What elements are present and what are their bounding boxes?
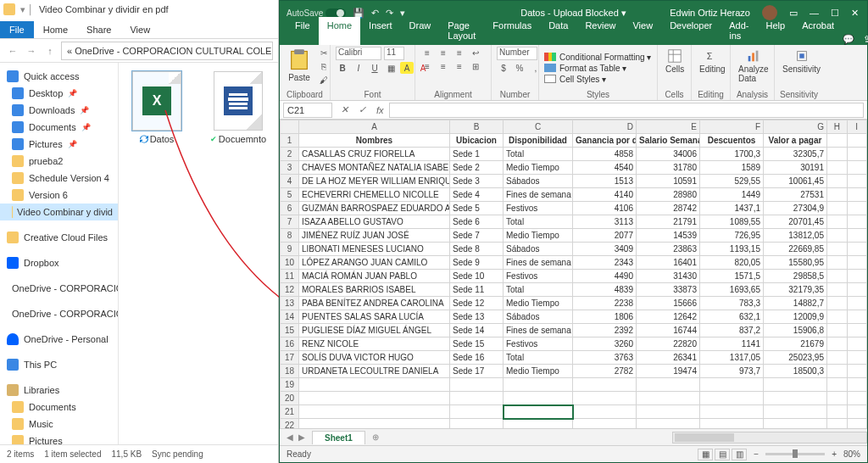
data-cell[interactable]: 1513 <box>573 175 637 188</box>
data-cell[interactable]: Sede 4 <box>450 188 504 202</box>
file-pane[interactable]: X Datos ✔Docuemnto <box>119 63 278 444</box>
data-cell[interactable]: 1317,05 <box>700 351 764 365</box>
empty-cell[interactable] <box>299 405 450 419</box>
sidebar-lib-documents[interactable]: Documents <box>0 399 118 416</box>
sidebar-dropbox[interactable]: Dropbox <box>0 254 118 271</box>
sidebar-item-prueba2[interactable]: prueba2 <box>0 153 118 170</box>
data-cell[interactable]: 1193,15 <box>700 243 764 256</box>
row-header[interactable]: 14 <box>281 310 299 324</box>
data-cell[interactable]: 12642 <box>637 310 700 324</box>
data-cell[interactable]: 21679 <box>764 337 827 351</box>
row-header[interactable]: 10 <box>281 256 299 270</box>
menu-file[interactable]: File <box>287 17 319 45</box>
data-cell[interactable]: 25023,95 <box>764 351 827 365</box>
row-header[interactable]: 15 <box>281 324 299 337</box>
data-cell[interactable]: Sede 6 <box>450 215 504 229</box>
data-cell[interactable]: 3260 <box>573 337 637 351</box>
align-bot-icon[interactable]: ≡ <box>453 47 466 59</box>
menu-developer[interactable]: Developer <box>661 17 721 45</box>
data-cell[interactable]: Fines de semana <box>504 188 573 202</box>
empty-cell[interactable] <box>764 419 827 429</box>
data-cell[interactable]: 12009,9 <box>764 310 827 324</box>
data-cell[interactable]: Sede 10 <box>450 270 504 283</box>
header-cell[interactable]: Valor a pagar <box>764 134 827 148</box>
fill-color-button[interactable]: A <box>400 62 414 74</box>
data-cell[interactable]: 1700,3 <box>700 148 764 161</box>
menu-page-layout[interactable]: Page Layout <box>439 17 484 45</box>
data-cell[interactable]: 22820 <box>637 337 700 351</box>
data-cell[interactable]: 2238 <box>573 297 637 310</box>
header-cell[interactable]: Disponibilidad <box>504 134 573 148</box>
view-layout-icon[interactable]: ▤ <box>715 449 730 460</box>
menu-data[interactable]: Data <box>540 17 576 45</box>
data-cell[interactable]: PABA BENÍTEZ ANDREA CAROLINA <box>299 297 450 310</box>
row-header[interactable]: 12 <box>281 283 299 297</box>
align-right-icon[interactable]: ≡ <box>453 60 466 72</box>
row-header[interactable]: 1 <box>281 134 299 148</box>
data-cell[interactable]: 28980 <box>637 188 700 202</box>
data-cell[interactable]: 3113 <box>573 215 637 229</box>
row-header[interactable]: 20 <box>281 392 299 405</box>
sheet-tab-1[interactable]: Sheet1 <box>312 431 365 444</box>
number-format-select[interactable]: Number <box>497 47 537 60</box>
worksheet-grid[interactable]: ABCDEFGHI1NombresUbicacionDisponibilidad… <box>280 120 867 428</box>
data-cell[interactable]: 34006 <box>637 148 700 161</box>
nav-forward-icon[interactable]: → <box>24 43 39 59</box>
data-cell[interactable]: 16744 <box>637 324 700 337</box>
sidebar-item-documents[interactable]: Documents📌 <box>0 119 118 136</box>
row-header[interactable]: 21 <box>281 405 299 419</box>
nav-back-icon[interactable]: ← <box>5 43 20 59</box>
data-cell[interactable]: 1806 <box>573 310 637 324</box>
sidebar-item-pictures[interactable]: Pictures📌 <box>0 136 118 153</box>
row-header[interactable]: 13 <box>281 297 299 310</box>
tab-view[interactable]: View <box>120 21 159 38</box>
paste-button[interactable]: Paste <box>285 47 314 84</box>
zoom-level[interactable]: 80% <box>843 449 860 459</box>
zoom-in-button[interactable]: + <box>832 449 837 459</box>
empty-cell[interactable] <box>573 405 637 419</box>
data-cell[interactable]: CHAVES MONTAÑEZ NATALIA ISABEL <box>299 161 450 175</box>
empty-cell[interactable] <box>847 405 867 419</box>
nav-up-icon[interactable]: ↑ <box>42 43 58 59</box>
italic-button[interactable]: I <box>352 62 365 74</box>
data-cell[interactable]: 15666 <box>637 297 700 310</box>
row-header[interactable]: 6 <box>281 202 299 215</box>
data-cell[interactable]: Total <box>504 351 573 365</box>
menu-add-ins[interactable]: Add-ins <box>721 17 757 45</box>
data-cell[interactable]: Sede 7 <box>450 229 504 243</box>
empty-cell[interactable] <box>827 405 848 419</box>
data-cell[interactable]: Total <box>504 148 573 161</box>
enter-icon[interactable]: ✓ <box>353 104 371 115</box>
row-header[interactable]: 16 <box>281 337 299 351</box>
empty-cell[interactable] <box>700 392 764 405</box>
align-center-icon[interactable]: ≡ <box>437 60 450 72</box>
sidebar-lib-pictures[interactable]: Pictures <box>0 432 118 444</box>
data-cell[interactable]: Sede 16 <box>450 351 504 365</box>
data-cell[interactable]: Total <box>504 215 573 229</box>
data-cell[interactable]: 529,55 <box>700 175 764 188</box>
data-cell[interactable]: 20701,45 <box>764 215 827 229</box>
row-header[interactable]: 9 <box>281 243 299 256</box>
data-cell[interactable]: 32179,35 <box>764 283 827 297</box>
header-cell[interactable]: Descuentos <box>700 134 764 148</box>
data-cell[interactable]: 26341 <box>637 351 700 365</box>
cancel-icon[interactable]: ✕ <box>336 104 353 115</box>
data-cell[interactable]: Sede 15 <box>450 337 504 351</box>
data-cell[interactable]: 3409 <box>573 243 637 256</box>
row-header[interactable]: 5 <box>281 188 299 202</box>
data-cell[interactable]: DE LA HOZ MEYER WILLIAM ENRIQUE <box>299 175 450 188</box>
empty-cell[interactable] <box>700 378 764 392</box>
empty-cell[interactable] <box>450 405 504 419</box>
editing-button[interactable]: ΣEditing <box>697 47 728 75</box>
data-cell[interactable]: Festivos <box>504 202 573 215</box>
data-cell[interactable]: 27304,9 <box>764 202 827 215</box>
data-cell[interactable]: 1449 <box>700 188 764 202</box>
explorer-titlebar[interactable]: ▾ │ Video Combinar y dividir en pdf <box>0 0 278 19</box>
data-cell[interactable]: 1589 <box>700 161 764 175</box>
zoom-slider[interactable] <box>765 453 825 455</box>
formula-input[interactable] <box>389 103 864 118</box>
data-cell[interactable]: 21791 <box>637 215 700 229</box>
cut-icon[interactable]: ✂ <box>317 47 331 59</box>
sidebar-onedrive-2[interactable]: OneDrive - CORPORACIO <box>0 305 118 322</box>
empty-cell[interactable] <box>847 392 867 405</box>
